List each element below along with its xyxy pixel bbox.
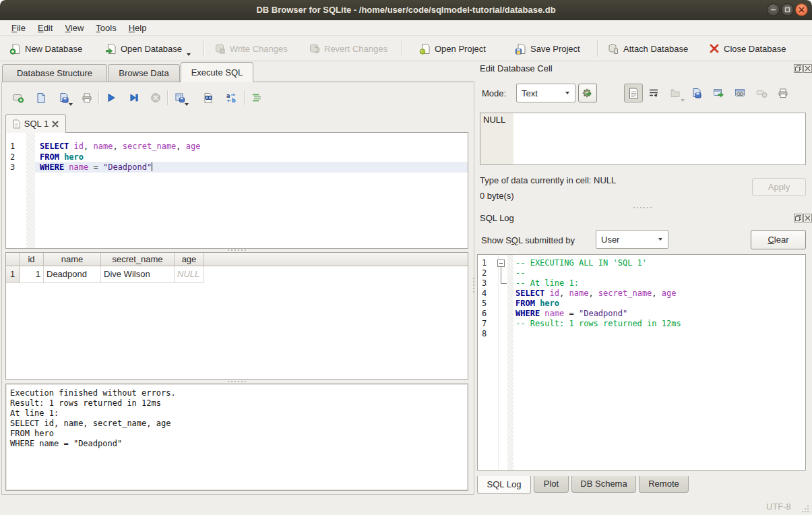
open-project-button[interactable]: Open Project — [415, 38, 490, 59]
row-header[interactable]: 1 — [6, 266, 20, 283]
menu-file[interactable]: File — [5, 22, 32, 34]
main-splitter-handle[interactable] — [473, 278, 474, 293]
attach-database-button[interactable]: Attach Database — [604, 38, 692, 59]
splitter-handle[interactable] — [228, 249, 246, 251]
apply-button[interactable]: Apply — [752, 178, 806, 196]
stop-icon — [150, 92, 161, 103]
export-data-button[interactable] — [688, 84, 706, 102]
clear-log-button[interactable]: Clear — [751, 230, 806, 249]
titlebar[interactable]: DB Browser for SQLite - /home/user/code/… — [0, 0, 812, 20]
close-tab-icon[interactable] — [52, 121, 59, 127]
open-database-button[interactable]: Open Database — [101, 38, 193, 59]
menu-edit[interactable]: Edit — [32, 22, 59, 34]
log-filter-label: Show SQL submitted by — [481, 235, 575, 245]
results-table[interactable]: id name secret_name age 1 1 Deadpond Div… — [5, 252, 468, 380]
cell-secret-name[interactable]: Dive Wilson — [101, 266, 175, 283]
column-header-name[interactable]: name — [44, 253, 101, 266]
tab-browse-data[interactable]: Browse Data — [108, 64, 180, 82]
window-link-button[interactable] — [731, 84, 749, 102]
write-changes-button[interactable]: Write Changes — [210, 38, 292, 59]
print-cell-button[interactable] — [774, 84, 792, 102]
log-filter-select[interactable]: User — [596, 230, 668, 249]
word-wrap-button[interactable] — [645, 84, 662, 102]
apply-mode-button[interactable] — [578, 84, 597, 102]
toolbar-separator — [204, 40, 205, 57]
float-dock-button[interactable] — [794, 64, 803, 73]
cell-editor[interactable]: NULL — [480, 113, 806, 165]
sql-log-view[interactable]: 1 2 3 4 5 6 7 8 -- EXECUTING ALL IN 'SQL… — [477, 254, 806, 471]
save-sql-file-button[interactable] — [55, 89, 73, 107]
column-header-age[interactable]: age — [175, 253, 204, 266]
close-icon — [805, 65, 811, 71]
execute-all-button[interactable] — [102, 89, 120, 107]
resize-grip[interactable] — [801, 504, 810, 514]
attach-database-icon — [608, 43, 619, 55]
import-dropdown-arrow — [681, 99, 685, 102]
tab-database-structure[interactable]: Database Structure — [2, 64, 107, 82]
log-line-5: FROM hero — [516, 299, 559, 309]
close-database-button[interactable]: Close Database — [705, 38, 790, 59]
sql-editor-tab[interactable]: SQL 1 — [5, 114, 66, 133]
replace-button[interactable]: a b — [222, 89, 240, 107]
close-dock-button[interactable] — [803, 214, 812, 222]
maximize-button[interactable] — [781, 3, 794, 16]
save-project-button[interactable]: Save Project — [511, 38, 584, 59]
new-database-icon — [9, 43, 21, 55]
editor-gutter — [6, 133, 27, 248]
svg-text:b: b — [232, 98, 236, 103]
log-line-2: -- — [516, 268, 525, 278]
column-header-secret-name[interactable]: secret_name — [101, 253, 175, 266]
sql-log-dock-title: SQL Log — [480, 213, 514, 223]
float-icon — [795, 215, 801, 221]
bottom-tab-sql-log[interactable]: SQL Log — [477, 476, 531, 494]
export-results-button[interactable] — [171, 89, 189, 107]
close-icon — [805, 215, 811, 221]
open-database-dropdown-arrow[interactable] — [187, 53, 191, 56]
text-cursor — [152, 162, 152, 171]
bottom-tab-db-schema[interactable]: DB Schema — [571, 476, 636, 493]
svg-text:a: a — [226, 93, 230, 99]
mode-select[interactable]: Text — [516, 84, 575, 102]
open-sql-tab-button[interactable] — [9, 89, 27, 107]
sql-editor[interactable]: 1 2 3 SELECT id, name, secret_name, age … — [5, 132, 468, 249]
dock-splitter-handle[interactable] — [633, 207, 652, 208]
fold-collapse-button[interactable] — [497, 260, 505, 267]
float-dock-button[interactable] — [794, 214, 803, 222]
open-sql-file-button[interactable] — [32, 89, 50, 107]
tab-execute-sql[interactable]: Execute SQL — [181, 62, 253, 82]
log-fold-margin — [507, 255, 513, 470]
close-dock-button[interactable] — [803, 64, 812, 73]
cell-id[interactable]: 1 — [20, 266, 44, 283]
splitter-handle[interactable] — [228, 381, 246, 382]
open-external-button[interactable] — [710, 84, 727, 102]
text-mode-icon — [629, 88, 639, 99]
menu-help[interactable]: Help — [123, 22, 153, 34]
execution-output[interactable]: Execution finished without errors. Resul… — [5, 384, 468, 491]
menu-tools[interactable]: Tools — [90, 22, 122, 34]
editor-fold-margin — [26, 133, 35, 248]
save-file-dropdown-arrow[interactable] — [69, 103, 73, 106]
results-corner-header[interactable] — [6, 253, 20, 266]
minimize-button[interactable] — [767, 3, 780, 16]
new-database-button[interactable]: New Database — [5, 38, 86, 59]
cell-type-info: Type of data currently in cell: NULL — [480, 175, 616, 185]
execute-line-button[interactable] — [125, 89, 143, 107]
log-line-number: 7 — [482, 319, 487, 329]
export-results-dropdown-arrow[interactable] — [185, 103, 189, 106]
set-null-button[interactable] — [753, 84, 770, 102]
bottom-tab-plot[interactable]: Plot — [534, 476, 569, 493]
format-sql-button[interactable] — [248, 89, 266, 107]
stop-execution-button[interactable] — [147, 89, 164, 107]
cell-age[interactable]: NULL — [175, 266, 204, 283]
print-sql-button[interactable] — [78, 89, 96, 107]
bottom-tab-remote[interactable]: Remote — [639, 476, 689, 493]
find-button[interactable] — [199, 89, 217, 107]
editor-line-1: SELECT id, name, secret_name, age — [40, 142, 200, 152]
revert-changes-button[interactable]: Revert Changes — [305, 38, 392, 59]
cell-name[interactable]: Deadpond — [44, 266, 101, 283]
import-data-button[interactable] — [666, 84, 684, 102]
menu-view[interactable]: View — [59, 22, 90, 34]
text-mode-button[interactable] — [624, 84, 643, 102]
close-button[interactable] — [795, 3, 808, 16]
column-header-id[interactable]: id — [20, 253, 44, 266]
